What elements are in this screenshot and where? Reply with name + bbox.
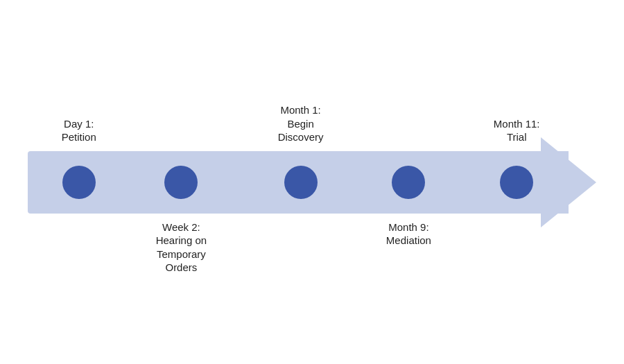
arrow-head — [541, 137, 596, 227]
label-temporary-orders-below: Week 2:Hearing onTemporaryOrders — [156, 220, 207, 275]
dot-temporary-orders — [164, 166, 198, 199]
label-petition-above: Day 1:Petition — [62, 117, 96, 144]
label-discovery-above: Month 1:BeginDiscovery — [278, 103, 324, 144]
timeline-container: Day 1:Petition Week 2:Hearing onTemporar… — [28, 92, 596, 272]
label-mediation-below: Month 9:Mediation — [386, 220, 431, 248]
dot-trial — [500, 166, 533, 199]
dot-mediation — [392, 166, 425, 199]
dot-petition — [62, 166, 96, 199]
label-trial-above: Month 11:Trial — [494, 117, 540, 144]
dot-discovery — [284, 166, 318, 199]
